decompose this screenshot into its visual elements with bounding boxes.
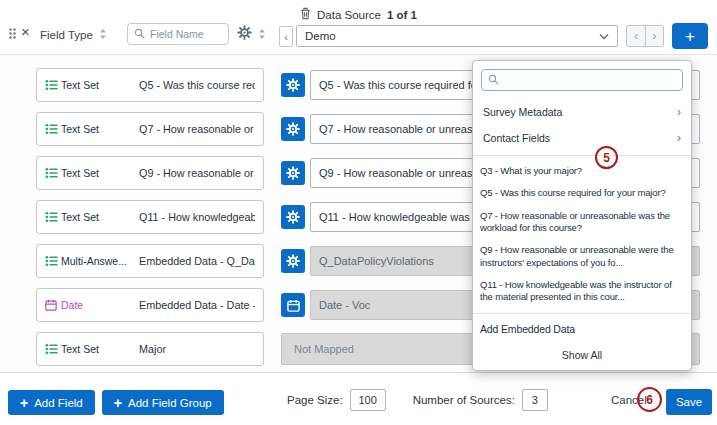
text-set-icon (45, 79, 61, 91)
dropdown-option[interactable]: Q11 - How knowledgeable was the instruct… (473, 274, 691, 309)
source-select-value: Demo (305, 30, 336, 42)
show-all-button[interactable]: Show All (473, 341, 691, 368)
field-settings-button[interactable] (281, 73, 305, 97)
drag-handle-icon[interactable] (8, 27, 17, 42)
field-name-search[interactable] (127, 23, 229, 45)
scroll-left-button[interactable]: ‹ (279, 26, 293, 47)
sort-field-type-icon[interactable] (99, 28, 107, 42)
field-name-label: Q7 - How reasonable or ... (139, 123, 255, 135)
group-label: Survey Metadata (483, 106, 562, 118)
field-mapper-window: × Field Type Data Source 1 of 1 ‹ Demo (0, 0, 717, 425)
field-settings-button[interactable] (281, 249, 305, 273)
number-of-sources-input[interactable] (522, 389, 548, 411)
field-row[interactable]: Text Set Q5 - Was this course req... (36, 68, 264, 102)
field-settings-button[interactable] (281, 205, 305, 229)
search-icon (134, 28, 145, 41)
date-icon (45, 299, 61, 311)
unmapped-field-label: Not Mapped (294, 343, 354, 355)
prev-source-button[interactable]: ‹ (627, 26, 645, 46)
chevron-right-icon: › (677, 105, 681, 119)
field-type-label: Text Set (61, 211, 139, 223)
settings-gear-icon[interactable] (237, 25, 252, 42)
text-set-icon (45, 123, 61, 135)
search-icon (488, 74, 499, 87)
group-label: Contact Fields (483, 132, 550, 144)
next-source-button[interactable]: › (645, 26, 663, 46)
multi-answer-icon (45, 255, 61, 267)
field-type-column-header: Field Type (40, 29, 93, 41)
dropdown-option[interactable]: Q3 - What is your major? (473, 160, 691, 182)
dropdown-group-contact-fields[interactable]: Contact Fields › (473, 125, 691, 151)
field-row[interactable]: Text Set Q11 - How knowledgeabl... (36, 200, 264, 234)
mapped-field-label: Date - Voc (319, 299, 370, 311)
field-name-label: Major (139, 343, 255, 355)
delete-source-icon[interactable] (300, 7, 311, 22)
dropdown-option[interactable]: Q5 - Was this course required for your m… (473, 182, 691, 204)
field-settings-button[interactable] (281, 117, 305, 141)
sort-mapping-icon[interactable] (258, 28, 266, 42)
page-size-label: Page Size: (287, 394, 343, 406)
number-of-sources-label: Number of Sources: (413, 394, 515, 406)
chevron-right-icon: › (677, 131, 681, 145)
data-source-label: Data Source (317, 9, 381, 21)
divider (473, 155, 691, 156)
plus-icon: + (20, 396, 28, 410)
add-source-button[interactable]: + (672, 23, 708, 49)
field-row[interactable]: Text Set Q9 - How reasonable or ... (36, 156, 264, 190)
divider (473, 313, 691, 314)
field-name-search-input[interactable] (150, 28, 220, 40)
field-row[interactable]: Multi-Answe... Embedded Data - Q_Dat... (36, 244, 264, 278)
field-name-label: Embedded Data - Q_Dat... (139, 255, 255, 267)
field-type-label: Multi-Answe... (61, 255, 139, 267)
text-set-icon (45, 343, 61, 355)
toolbar: × Field Type Data Source 1 of 1 ‹ Demo (0, 0, 717, 55)
field-name-label: Embedded Data - Date - ... (139, 299, 255, 311)
text-set-icon (45, 167, 61, 179)
plus-icon: + (114, 396, 122, 410)
add-field-group-button[interactable]: + Add Field Group (102, 390, 224, 415)
source-select[interactable]: Demo (296, 25, 618, 47)
page-size-input[interactable] (350, 389, 386, 411)
field-name-label: Q5 - Was this course req... (139, 79, 255, 91)
field-name-label: Q11 - How knowledgeabl... (139, 211, 255, 223)
annotation-step-6: 6 (637, 387, 662, 412)
source-pager: ‹ › (626, 25, 664, 47)
field-row[interactable]: Text Set Major (36, 332, 264, 366)
field-type-label: Date (61, 299, 139, 311)
dropdown-group-survey-metadata[interactable]: Survey Metadata › (473, 99, 691, 125)
field-mapping-dropdown: Survey Metadata › Contact Fields › Q3 - … (472, 60, 692, 371)
data-source-header: Data Source 1 of 1 (0, 7, 717, 22)
field-row[interactable]: Text Set Q7 - How reasonable or ... (36, 112, 264, 146)
dropdown-search[interactable] (481, 69, 683, 91)
footer-bar: + Add Field + Add Field Group Page Size:… (0, 372, 717, 425)
save-button[interactable]: Save (666, 389, 712, 415)
field-type-label: Text Set (61, 79, 139, 91)
dropdown-option[interactable]: Q7 - How reasonable or unreasonable was … (473, 205, 691, 240)
field-row[interactable]: Date Embedded Data - Date - ... (36, 288, 264, 322)
dropdown-option[interactable]: Q9 - How reasonable or unreasonable were… (473, 239, 691, 274)
add-field-label: Add Field (34, 397, 83, 409)
add-embedded-data-option[interactable]: Add Embedded Data (473, 318, 691, 342)
field-type-label: Text Set (61, 167, 139, 179)
date-field-button[interactable] (281, 293, 305, 317)
data-source-count: 1 of 1 (387, 9, 417, 21)
add-field-group-label: Add Field Group (128, 397, 212, 409)
add-field-button[interactable]: + Add Field (8, 390, 95, 415)
field-type-label: Text Set (61, 343, 139, 355)
close-icon[interactable]: × (21, 24, 30, 39)
mapped-field-label: Q_DataPolicyViolations (319, 255, 434, 267)
dropdown-search-input[interactable] (504, 75, 676, 86)
field-type-label: Text Set (61, 123, 139, 135)
chevron-down-icon (599, 30, 609, 42)
field-settings-button[interactable] (281, 161, 305, 185)
annotation-step-5: 5 (595, 146, 618, 169)
field-name-label: Q9 - How reasonable or ... (139, 167, 255, 179)
text-set-icon (45, 211, 61, 223)
